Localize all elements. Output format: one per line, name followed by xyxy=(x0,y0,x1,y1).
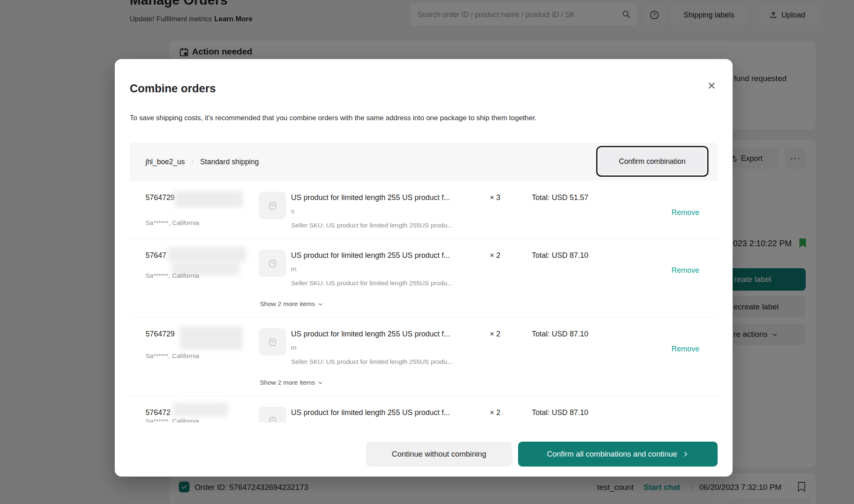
product-quantity: × 2 xyxy=(490,330,501,338)
continue-without-combining-button[interactable]: Continue without combining xyxy=(366,442,512,467)
order-id: 57647 xyxy=(146,251,166,260)
order-rows: 5764729 Sa******, California US product … xyxy=(130,181,718,422)
shipping-method: Standard shipping xyxy=(200,158,259,166)
product-title: US product for limited length 255 US pro… xyxy=(291,408,450,417)
show-more-label: Show 2 more items xyxy=(260,300,315,308)
order-total: Total: USD 51.57 xyxy=(532,193,588,202)
product-sku: Seller SKU: US product for limited lengt… xyxy=(291,279,453,287)
show-more-items-toggle[interactable]: Show 2 more items xyxy=(260,379,323,386)
product-thumbnail xyxy=(259,250,286,277)
show-more-label: Show 2 more items xyxy=(260,379,315,386)
order-row: 5764729 Sa******, California US product … xyxy=(130,181,718,238)
screen: Manage Orders Update! Fulfilment metrics… xyxy=(0,0,854,504)
chevron-down-icon xyxy=(318,380,323,385)
order-id: 5764729 xyxy=(146,193,175,202)
remove-order-link[interactable]: Remove xyxy=(671,266,699,275)
seller-name: jhl_boe2_us xyxy=(146,158,185,166)
remove-order-link[interactable]: Remove xyxy=(671,345,699,353)
order-address: Sa******, California xyxy=(146,272,199,279)
redacted-order-id-blur xyxy=(173,403,228,417)
chevron-right-icon xyxy=(682,451,689,457)
product-title: US product for limited length 255 US pro… xyxy=(291,193,450,202)
product-sku: Seller SKU: US product for limited lengt… xyxy=(291,358,453,366)
product-variant: m xyxy=(291,265,296,273)
confirm-all-label: Confirm all combinations and continue xyxy=(547,450,677,459)
order-row: 57647 Sa******, California US product fo… xyxy=(130,238,718,317)
chevron-down-icon xyxy=(318,301,323,307)
combination-group: jhl_boe2_us Standard shipping Confirm co… xyxy=(130,143,718,422)
order-row: 576472 Sa******, California US product f… xyxy=(130,395,718,422)
product-quantity: × 2 xyxy=(490,408,501,417)
combine-orders-modal: Combine orders ✕ To save shipping costs,… xyxy=(115,59,733,477)
show-more-items-toggle[interactable]: Show 2 more items xyxy=(260,300,323,308)
modal-title: Combine orders xyxy=(130,82,216,95)
product-thumbnail xyxy=(259,407,286,422)
confirm-all-combinations-button[interactable]: Confirm all combinations and continue xyxy=(518,442,718,467)
remove-order-link[interactable]: Remove xyxy=(671,208,699,217)
redacted-order-id-blur xyxy=(180,326,243,350)
bag-icon xyxy=(267,200,278,211)
bag-icon xyxy=(267,415,278,423)
divider xyxy=(192,159,193,165)
product-quantity: × 3 xyxy=(490,193,501,202)
order-id: 5764729 xyxy=(146,330,175,338)
product-title: US product for limited length 255 US pro… xyxy=(291,330,450,338)
group-header: jhl_boe2_us Standard shipping Confirm co… xyxy=(130,143,718,181)
modal-description: To save shipping costs, it's recommended… xyxy=(130,114,536,122)
bag-icon xyxy=(267,258,278,269)
order-total: Total: USD 87.10 xyxy=(532,251,588,260)
order-id: 576472 xyxy=(146,408,170,417)
order-total: Total: USD 87.10 xyxy=(532,330,588,338)
product-variant: s xyxy=(291,208,294,215)
order-address: Sa******, California xyxy=(146,352,199,360)
product-title: US product for limited length 255 US pro… xyxy=(291,251,450,260)
bag-icon xyxy=(267,336,278,348)
product-variant: m xyxy=(291,344,296,351)
order-row: 5764729 Sa******, California US product … xyxy=(130,317,718,395)
order-address: Sa******, California xyxy=(146,418,199,422)
order-total: Total: USD 87.10 xyxy=(532,408,588,417)
redacted-order-id-blur xyxy=(168,247,246,262)
close-icon[interactable]: ✕ xyxy=(707,81,716,91)
product-thumbnail xyxy=(259,192,286,219)
product-thumbnail xyxy=(259,328,286,356)
redacted-order-id-blur xyxy=(175,191,243,208)
product-sku: Seller SKU: US product for limited lengt… xyxy=(291,222,453,229)
product-quantity: × 2 xyxy=(490,251,501,260)
order-address: Sa******, California xyxy=(146,219,199,227)
confirm-combination-button[interactable]: Confirm combination xyxy=(596,146,708,177)
